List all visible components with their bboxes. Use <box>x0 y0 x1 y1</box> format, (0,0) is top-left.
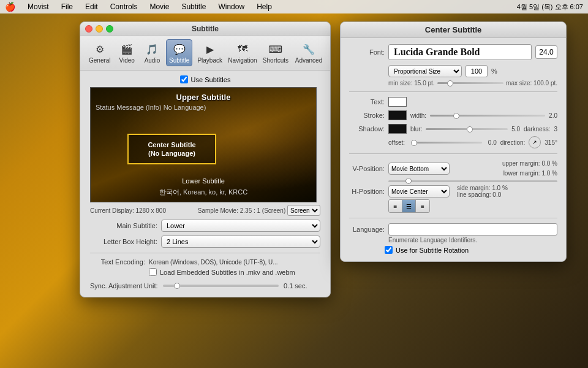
align-center-btn[interactable]: ☰ <box>402 200 416 212</box>
toolbar-video[interactable]: 🎬 Video <box>116 40 138 66</box>
cs-divider-2 <box>349 153 557 154</box>
text-color-box[interactable] <box>388 97 407 107</box>
size-input[interactable] <box>466 65 488 77</box>
zoom-button[interactable] <box>106 25 113 33</box>
offset-slider[interactable] <box>411 142 482 144</box>
use-subtitles-checkbox[interactable] <box>180 75 188 83</box>
shortcuts-icon: ⌨ <box>267 42 284 56</box>
menu-movie[interactable]: Movie <box>147 2 172 11</box>
use-rotation-checkbox[interactable] <box>385 246 393 254</box>
cs-divider-1 <box>349 91 557 92</box>
text-label: Text: <box>349 98 385 105</box>
toolbar-audio-label: Audio <box>145 57 160 64</box>
language-label: Language: <box>349 226 385 233</box>
toolbar-advanced[interactable]: 🔧 Advanced <box>293 40 324 66</box>
audio-icon: 🎵 <box>143 42 160 56</box>
vpos-slider[interactable] <box>388 180 557 182</box>
vpos-select[interactable]: Movie Bottom Movie Top Movie Center <box>388 163 450 175</box>
menu-window[interactable]: Window <box>216 2 247 11</box>
font-display[interactable]: Lucida Grande Bold <box>388 44 532 60</box>
screen-select[interactable]: Screen <box>287 205 320 216</box>
toolbar-navigation[interactable]: 🗺 Navigation <box>227 40 258 66</box>
hpos-label: H-Position: <box>349 188 385 195</box>
cs-title: Center Subtitle <box>425 25 481 34</box>
use-rotation-label: Use for Subtitle Rotation <box>396 247 469 254</box>
text-row: Text: <box>349 97 557 107</box>
hpos-row: H-Position: Movie Center Movie Left Movi… <box>349 185 557 198</box>
toolbar-playback[interactable]: ▶ Playback <box>195 40 225 66</box>
font-label: Font: <box>349 48 385 56</box>
darkness-val: 3 <box>554 126 557 132</box>
upper-subtitle: Upper Subtitle <box>91 93 316 102</box>
toolbar-audio[interactable]: 🎵 Audio <box>141 40 164 66</box>
apple-menu[interactable]: 🍎 <box>5 2 15 12</box>
vpos-row: V-Position: Movie Bottom Movie Top Movie… <box>349 159 557 178</box>
encoding-value: Korean (Windows, DOS), Unicode (UTF-8), … <box>149 259 320 266</box>
offset-slider-thumb[interactable] <box>411 140 417 146</box>
align-buttons-row: ≡ ☰ ≡ <box>388 199 557 213</box>
min-size-label: min size: 15.0 pt. <box>388 80 435 86</box>
info-bar: Current Display: 1280 x 800 Sample Movie… <box>90 205 320 216</box>
menubar-right: 4월 5일 (목) 오후 6:07 <box>517 2 583 12</box>
blur-slider-thumb[interactable] <box>467 126 473 132</box>
main-subtitle-select[interactable]: Lower Upper Center <box>161 220 320 232</box>
sync-label: Sync. Adjustment Unit: <box>90 282 158 289</box>
shadow-color-box[interactable] <box>388 124 407 134</box>
load-embedded-checkbox[interactable] <box>149 268 157 276</box>
preview-area: Upper Subtitle Status Message (Info) No … <box>90 87 317 202</box>
proportional-select[interactable]: Proportional Size Fixed Size <box>388 65 462 77</box>
letter-box-select[interactable]: 2 Lines 1 Line 3 Lines <box>161 236 320 248</box>
toolbar-shortcuts[interactable]: ⌨ Shortcuts <box>260 40 291 66</box>
menu-subtitle[interactable]: Subtitle <box>179 2 208 11</box>
stroke-slider-thumb[interactable] <box>453 113 459 119</box>
align-left-btn[interactable]: ≡ <box>389 200 402 212</box>
language-row: Language: <box>349 223 557 236</box>
size-row: Proportional Size Fixed Size % <box>388 65 557 77</box>
menu-controls[interactable]: Controls <box>108 2 140 11</box>
close-button[interactable] <box>85 25 92 33</box>
playback-icon: ▶ <box>202 42 219 56</box>
shadow-label: Shadow: <box>349 125 385 132</box>
minimize-button[interactable] <box>96 25 103 33</box>
use-subtitles-row: Use Subtitles <box>90 75 320 83</box>
size-slider-thumb[interactable] <box>447 80 453 86</box>
vpos-slider-thumb[interactable] <box>405 178 412 184</box>
sample-movie: Sample Movie: 2.35 : 1 (Screen) Screen <box>198 205 320 216</box>
language-hint: Enumerate Language Identifiers. <box>388 237 557 243</box>
font-row: Font: Lucida Grande Bold 24.0 <box>349 44 557 60</box>
panel-content: Use Subtitles Upper Subtitle Status Mess… <box>80 71 330 297</box>
menu-file[interactable]: File <box>59 2 75 11</box>
size-slider-track <box>437 82 503 84</box>
direction-dial[interactable]: ↗ <box>529 136 541 148</box>
stroke-row: Stroke: width: 2.0 <box>349 110 557 120</box>
stroke-slider[interactable] <box>430 115 545 117</box>
hpos-select[interactable]: Movie Center Movie Left Movie Right <box>388 185 450 197</box>
upper-margin: upper margin: 0.0 % <box>502 159 557 169</box>
center-subtitle-panel: Center Subtitle Font: Lucida Grande Bold… <box>340 21 567 262</box>
toolbar-subtitle[interactable]: 💬 Subtitle <box>166 39 192 66</box>
pct-symbol: % <box>491 67 497 75</box>
toolbar-playback-label: Playback <box>197 57 222 64</box>
letter-box-row: Letter Box Height: 2 Lines 1 Line 3 Line… <box>90 236 320 248</box>
toolbar-general[interactable]: ⚙ General <box>86 40 113 66</box>
side-margin-info: side margin: 1.0 % line spacing: 0.0 <box>457 185 508 198</box>
menu-movist[interactable]: Movist <box>25 2 51 11</box>
load-embedded-row: Load Embedded Subtitles in .mkv and .web… <box>149 268 320 276</box>
language-input[interactable] <box>388 223 557 236</box>
toolbar-advanced-label: Advanced <box>295 57 322 64</box>
menu-help[interactable]: Help <box>254 2 274 11</box>
font-size-box: 24.0 <box>535 45 557 59</box>
menu-edit[interactable]: Edit <box>83 2 100 11</box>
use-rotation-row: Use for Subtitle Rotation <box>385 246 557 254</box>
status-message: Status Message (Info) No Language) <box>96 104 206 111</box>
margin-labels: upper margin: 0.0 % lower margin: 1.0 % <box>502 159 557 178</box>
align-buttons: ≡ ☰ ≡ <box>388 199 430 213</box>
blur-slider[interactable] <box>426 128 508 130</box>
panel-title: Subtitle <box>192 25 219 33</box>
sync-slider[interactable] <box>163 285 279 287</box>
align-right-btn[interactable]: ≡ <box>416 200 429 212</box>
sync-value: 0.1 sec. <box>284 282 320 289</box>
encoding-row: Text Encoding: Korean (Windows, DOS), Un… <box>90 258 320 266</box>
korean-subtitle: 한국어, Korean, ko, kr, KRCC <box>91 188 316 197</box>
stroke-color-box[interactable] <box>388 110 407 120</box>
